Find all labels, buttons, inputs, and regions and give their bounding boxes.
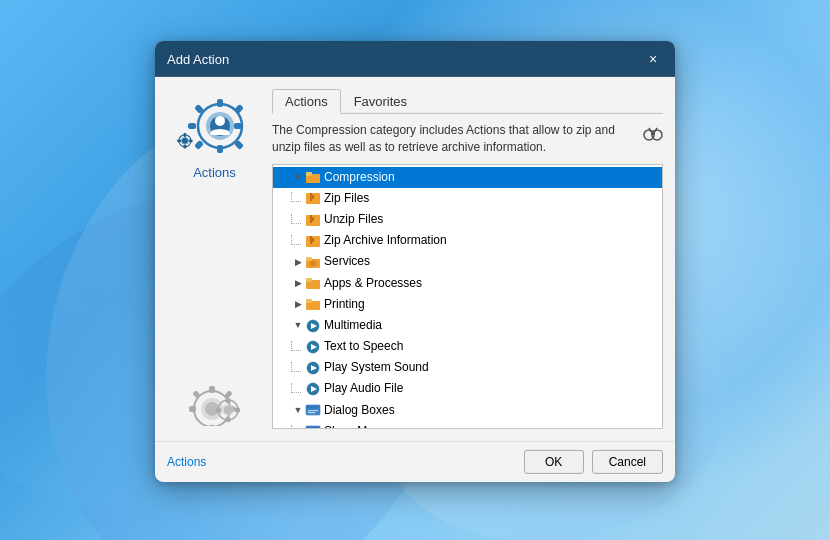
- svg-rect-43: [310, 197, 312, 201]
- title-bar: Add Action ×: [155, 41, 675, 77]
- tree-item-audio-file[interactable]: Play Audio File: [273, 378, 662, 399]
- close-button[interactable]: ×: [643, 49, 663, 69]
- tree-item-dialog-boxes[interactable]: ▼ Dialog Boxes: [273, 400, 662, 421]
- svg-rect-37: [651, 132, 655, 135]
- zip-icon-1: [305, 190, 321, 206]
- expander-multimedia[interactable]: ▼: [291, 318, 305, 332]
- tree-item-services[interactable]: ▶ Services: [273, 251, 662, 272]
- label-dialog-boxes: Dialog Boxes: [324, 401, 395, 420]
- svg-rect-57: [306, 278, 312, 282]
- svg-rect-42: [312, 195, 314, 199]
- label-apps: Apps & Processes: [324, 273, 422, 292]
- right-panel: Actions Favorites The Compression catego…: [272, 89, 663, 429]
- folder-icon-printing: [305, 296, 321, 312]
- tree-item-system-sound[interactable]: Play System Sound: [273, 357, 662, 378]
- media-icon-tts: [305, 339, 321, 355]
- svg-rect-22: [209, 424, 215, 425]
- dialog-footer: Actions OK Cancel: [155, 440, 675, 481]
- svg-rect-51: [310, 240, 312, 244]
- expander-printing[interactable]: ▶: [291, 297, 305, 311]
- svg-rect-8: [194, 140, 204, 150]
- ok-button[interactable]: OK: [524, 449, 584, 473]
- dialog-icon-boxes: [305, 402, 321, 418]
- binoculars-icon: [643, 124, 663, 149]
- svg-rect-45: [310, 214, 312, 218]
- svg-rect-4: [188, 123, 196, 129]
- indent2: [291, 383, 301, 393]
- svg-rect-73: [307, 427, 319, 428]
- svg-rect-59: [306, 299, 312, 303]
- description-area: The Compression category includes Action…: [272, 122, 663, 156]
- indent2: [291, 341, 301, 351]
- label-multimedia: Multimedia: [324, 316, 382, 335]
- expander-apps[interactable]: ▶: [291, 276, 305, 290]
- svg-point-18: [182, 138, 188, 144]
- actions-icon: [175, 89, 265, 164]
- svg-rect-50: [312, 238, 314, 242]
- footer-actions-link[interactable]: Actions: [167, 454, 206, 468]
- indent2: [291, 235, 301, 245]
- svg-rect-5: [234, 123, 242, 129]
- label-compression: Compression: [324, 167, 395, 186]
- actions-icon-container: [175, 89, 255, 159]
- svg-rect-71: [308, 412, 315, 413]
- tab-actions[interactable]: Actions: [272, 89, 341, 114]
- svg-rect-2: [217, 99, 223, 107]
- tree-view[interactable]: ▼ Compression: [272, 163, 663, 428]
- svg-rect-23: [189, 405, 196, 411]
- dialog-body: Actions: [155, 77, 675, 441]
- label-audio-file: Play Audio File: [324, 379, 403, 398]
- expander-dialogs[interactable]: ▼: [291, 403, 305, 417]
- svg-rect-14: [183, 133, 186, 137]
- label-tts: Text to Speech: [324, 337, 403, 356]
- svg-rect-49: [310, 236, 312, 240]
- tree-item-zip-archive[interactable]: Zip Archive Information: [273, 230, 662, 251]
- svg-rect-30: [226, 397, 231, 402]
- svg-rect-17: [188, 139, 192, 142]
- label-zip-files: Zip Files: [324, 189, 369, 208]
- tree-item-compression[interactable]: ▼ Compression: [273, 166, 662, 187]
- svg-rect-31: [226, 416, 231, 421]
- folder-icon-compression: [305, 169, 321, 185]
- svg-rect-3: [217, 145, 223, 153]
- svg-rect-69: [307, 406, 319, 409]
- zip-icon-2: [305, 211, 321, 227]
- tree-item-printing[interactable]: ▶ Printing: [273, 294, 662, 315]
- media-icon-audio: [305, 381, 321, 397]
- media-icon-sound: [305, 360, 321, 376]
- tree-item-multimedia[interactable]: ▼ Multimedia: [273, 315, 662, 336]
- actions-left-label: Actions: [193, 165, 236, 180]
- expander-services[interactable]: ▶: [291, 255, 305, 269]
- svg-rect-70: [308, 410, 318, 411]
- label-system-sound: Play System Sound: [324, 358, 429, 377]
- left-panel: Actions: [167, 89, 262, 429]
- cancel-button[interactable]: Cancel: [592, 449, 663, 473]
- tree-item-apps[interactable]: ▶ Apps & Processes: [273, 272, 662, 293]
- zip-icon-3: [305, 233, 321, 249]
- indent2: [291, 362, 301, 372]
- tree-item-unzip-files[interactable]: Unzip Files: [273, 209, 662, 230]
- svg-rect-7: [234, 104, 244, 114]
- label-unzip-files: Unzip Files: [324, 210, 383, 229]
- tree-item-tts[interactable]: Text to Speech: [273, 336, 662, 357]
- indent2: [291, 192, 301, 202]
- svg-rect-47: [310, 218, 312, 222]
- label-zip-archive: Zip Archive Information: [324, 231, 447, 250]
- dialog-icon-msg: [305, 423, 321, 428]
- label-show-message: Show Message: [324, 422, 406, 429]
- svg-rect-21: [209, 385, 215, 392]
- expander-compression[interactable]: ▼: [291, 170, 305, 184]
- svg-rect-39: [306, 172, 312, 176]
- bottom-gear-container: [172, 350, 257, 428]
- svg-rect-15: [183, 145, 186, 149]
- tabs-container: Actions Favorites: [272, 89, 663, 114]
- svg-rect-41: [310, 193, 312, 197]
- svg-rect-46: [312, 216, 314, 220]
- svg-rect-16: [177, 139, 181, 142]
- tree-item-zip-files[interactable]: Zip Files: [273, 188, 662, 209]
- tree-item-show-message[interactable]: Show Message: [273, 421, 662, 429]
- tab-favorites[interactable]: Favorites: [341, 89, 420, 114]
- folder-icon-services: [305, 254, 321, 270]
- svg-point-34: [224, 405, 232, 413]
- bottom-gear-icon: [172, 370, 257, 425]
